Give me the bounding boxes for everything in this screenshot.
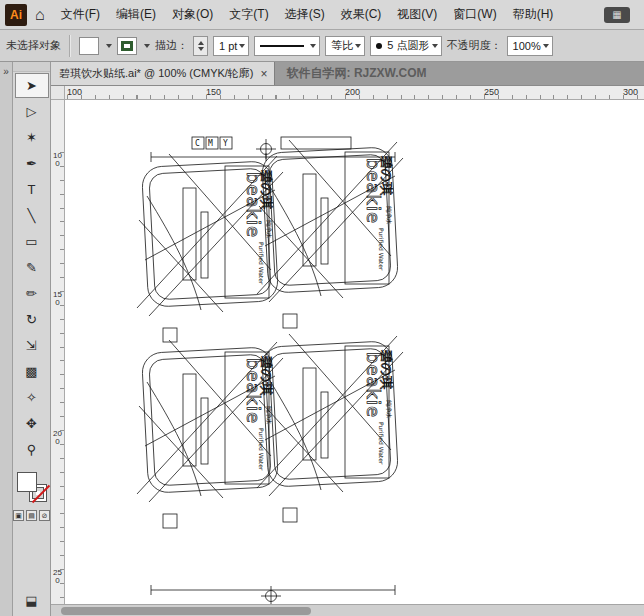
reg-letter-y: Y [223, 139, 228, 148]
stroke-weight-dropdown[interactable]: 1 pt [213, 36, 249, 56]
ruler-label: 250 [484, 87, 499, 97]
zoom-tool[interactable]: ⚲ [15, 437, 49, 462]
chevron-down-icon[interactable] [144, 44, 150, 48]
screen-mode-button[interactable]: ⬓ [25, 593, 37, 608]
control-bar: 未选择对象 描边： 1 pt 等比 5 点圆形 不透明度： 100% [0, 30, 644, 62]
scale-tool-icon: ⇲ [26, 339, 37, 352]
fill-color-swatch[interactable] [79, 37, 99, 55]
direct-selection-tool[interactable]: ▷ [15, 99, 49, 124]
ruler-label: 150 [52, 291, 63, 307]
home-icon[interactable]: ⌂ [35, 7, 45, 23]
selection-status: 未选择对象 [6, 38, 61, 53]
chevron-down-icon [239, 44, 245, 48]
magic-wand-tool-icon: ✶ [26, 131, 37, 144]
ruler-label: 100 [52, 152, 63, 168]
magic-wand-tool[interactable]: ✶ [15, 125, 49, 150]
brush-definition-value: 5 点圆形 [387, 38, 429, 53]
chevron-down-icon [310, 44, 316, 48]
app-logo-icon[interactable]: Ai [5, 4, 27, 26]
menu-window[interactable]: 窗口(W) [445, 0, 504, 30]
scrollbar-thumb[interactable] [61, 607, 311, 615]
rectangle-tool[interactable]: ▭ [15, 229, 49, 254]
zoom-tool-icon: ⚲ [27, 443, 37, 456]
reg-letter-m: M [208, 139, 213, 148]
color-mode-button[interactable]: ▣ [13, 510, 24, 521]
direct-selection-tool-icon: ▷ [27, 105, 37, 118]
registration-marks-bottom [151, 585, 395, 604]
type-tool-icon: T [28, 183, 36, 196]
panel-collapse-strip[interactable]: » [0, 62, 13, 616]
width-profile-dropdown[interactable]: 等比 [325, 36, 365, 56]
fill-stroke-indicator[interactable] [17, 472, 47, 502]
rotate-tool[interactable]: ↻ [15, 307, 49, 332]
opacity-value: 100% [513, 40, 541, 52]
close-tab-icon[interactable]: × [261, 68, 268, 80]
document-tab-bar: 碧琪饮水贴纸.ai* @ 100% (CMYK/轮廓) × 软件自学网: RJZ… [51, 62, 644, 86]
line-tool[interactable]: ╲ [15, 203, 49, 228]
menu-effect[interactable]: 效果(C) [333, 0, 390, 30]
fill-proxy-swatch[interactable] [17, 472, 37, 492]
expand-panels-icon[interactable]: » [0, 66, 12, 77]
type-tool[interactable]: T [15, 177, 49, 202]
pen-tool-icon: ✒ [26, 157, 37, 170]
registration-marks-top: C M Y [151, 137, 395, 162]
label-bottom-left[interactable] [137, 340, 283, 528]
label-top-right[interactable] [257, 140, 403, 328]
horizontal-scrollbar[interactable] [51, 604, 644, 616]
tools-panel: ➤ ▷ ✶ ✒ T ╲ ▭ ✎ ✏ ↻ ⇲ ▩ ✧ ✥ ⚲ ▣ ▤ ⊘ ⬓ [13, 62, 51, 616]
chevron-down-icon [355, 44, 361, 48]
eyedropper-tool-icon: ✧ [26, 391, 37, 404]
ruler-label: 100 [67, 87, 82, 97]
ruler-label: 300 [623, 87, 638, 97]
document-tab-title: 碧琪饮水贴纸.ai* @ 100% (CMYK/轮廓) [59, 66, 254, 81]
opacity-dropdown[interactable]: 100% [507, 36, 553, 56]
opacity-label: 不透明度： [447, 38, 502, 53]
line-tool-icon: ╲ [28, 209, 36, 222]
gradient-mode-button[interactable]: ▤ [26, 510, 37, 521]
paintbrush-tool-icon: ✎ [26, 261, 37, 274]
stroke-style-preview [260, 45, 304, 47]
chevron-down-icon[interactable] [106, 44, 112, 48]
gradient-tool[interactable]: ▩ [15, 359, 49, 384]
selection-tool[interactable]: ➤ [15, 73, 49, 98]
menu-edit[interactable]: 编辑(E) [108, 0, 164, 30]
menu-view[interactable]: 视图(V) [389, 0, 445, 30]
stroke-weight-label: 描边： [155, 38, 188, 53]
scale-tool[interactable]: ⇲ [15, 333, 49, 358]
pencil-tool[interactable]: ✏ [15, 281, 49, 306]
divider [69, 35, 71, 57]
artwork-outline-view: 碧の琪 beakie 纯净水 Purified Water C M [65, 100, 644, 604]
document-canvas[interactable]: 碧の琪 beakie 纯净水 Purified Water C M [65, 100, 644, 604]
tools-panel-grip[interactable] [13, 62, 50, 72]
brush-preview-icon [376, 43, 382, 49]
vertical-ruler[interactable]: 100 150 200 250 [51, 100, 65, 604]
ruler-label: 150 [206, 87, 221, 97]
workspace-switcher-icon[interactable]: ▦ [604, 7, 630, 23]
brush-definition-dropdown[interactable]: 5 点圆形 [370, 36, 441, 56]
menu-help[interactable]: 帮助(H) [505, 0, 562, 30]
document-tab[interactable]: 碧琪饮水贴纸.ai* @ 100% (CMYK/轮廓) × [51, 62, 275, 85]
stroke-weight-stepper[interactable] [193, 36, 208, 56]
menu-bar: Ai ⌂ 文件(F) 编辑(E) 对象(O) 文字(T) 选择(S) 效果(C)… [0, 0, 644, 30]
chevron-down-icon [432, 44, 438, 48]
horizontal-ruler[interactable]: 100 150 200 250 300 [65, 86, 644, 100]
rectangle-tool-icon: ▭ [25, 235, 37, 248]
ruler-label: 200 [52, 430, 63, 446]
menu-object[interactable]: 对象(O) [164, 0, 221, 30]
label-top-left[interactable] [137, 154, 283, 342]
pen-tool[interactable]: ✒ [15, 151, 49, 176]
none-mode-button[interactable]: ⊘ [39, 510, 50, 521]
menu-select[interactable]: 选择(S) [277, 0, 333, 30]
menu-type[interactable]: 文字(T) [221, 0, 276, 30]
stroke-color-swatch[interactable] [117, 37, 137, 55]
eyedropper-tool[interactable]: ✧ [15, 385, 49, 410]
hand-tool[interactable]: ✥ [15, 411, 49, 436]
stroke-style-dropdown[interactable] [254, 36, 320, 56]
stroke-weight-value: 1 pt [219, 40, 237, 52]
gradient-tool-icon: ▩ [25, 365, 37, 378]
ruler-origin-corner[interactable] [51, 86, 65, 100]
paintbrush-tool[interactable]: ✎ [15, 255, 49, 280]
ruler-label: 200 [345, 87, 360, 97]
width-profile-value: 等比 [331, 38, 353, 53]
menu-file[interactable]: 文件(F) [53, 0, 108, 30]
